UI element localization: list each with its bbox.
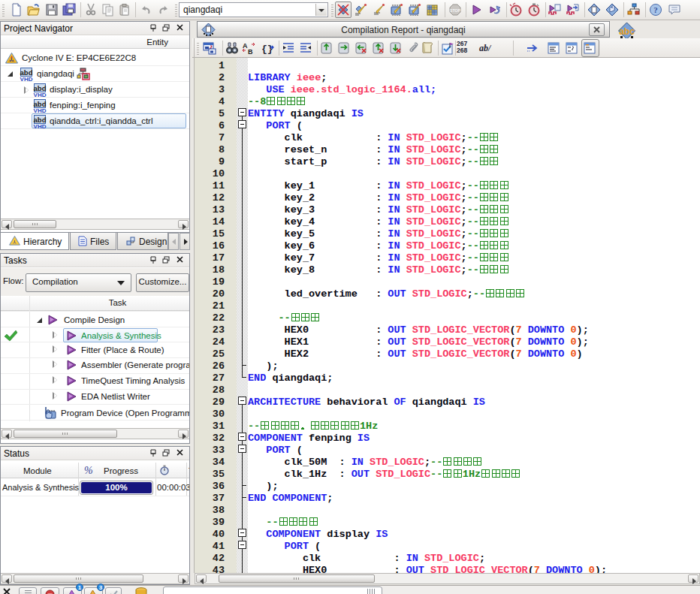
svg-text:A: A [243,42,248,50]
svg-text:VHD: VHD [34,92,47,98]
svg-text:STOP: STOP [450,8,461,13]
svg-text:VHD: VHD [34,107,47,114]
svg-text:{}: {} [261,44,273,55]
svg-text:?: ? [653,5,658,14]
svg-text:VHD: VHD [20,76,33,83]
svg-text:VHD: VHD [34,123,47,130]
svg-text:abc: abc [619,26,635,37]
svg-text:B: B [248,48,253,56]
